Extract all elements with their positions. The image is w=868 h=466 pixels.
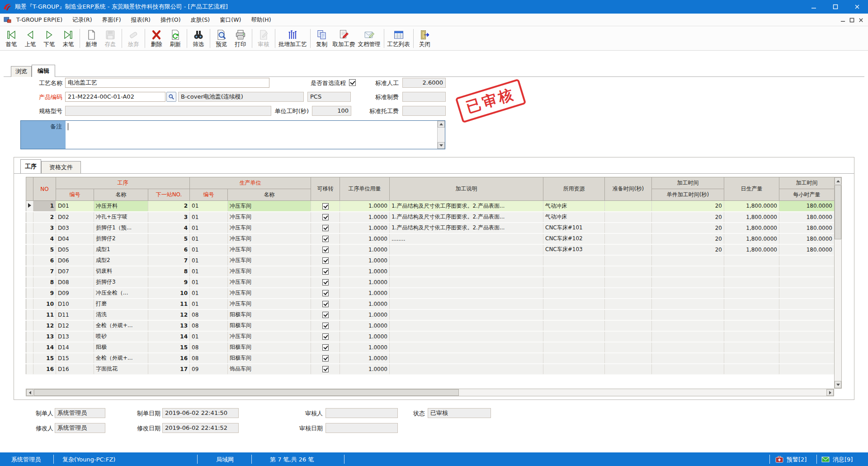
grid-scroll-left-button[interactable] [26,389,33,396]
cell-process-desc[interactable] [390,309,543,320]
menu-item[interactable]: 帮助(H) [246,16,276,23]
cell-unit-name[interactable]: 冲压车间 [228,212,311,223]
cell-daily-output[interactable]: 1,800.0000 [724,201,779,212]
row-selector[interactable] [26,266,33,277]
cell-unit-name[interactable]: 冲压车间 [228,255,311,266]
cell-op-code[interactable]: D05 [56,244,94,255]
cell-no[interactable]: 10 [33,299,56,309]
grid-vscroll-thumb[interactable] [835,185,841,239]
toolbar-button-batch-add[interactable]: 批增加工艺 [277,28,308,49]
mdi-minimize-button[interactable] [838,16,847,24]
cell-usage[interactable]: 1.0000 [340,212,390,223]
cell-movable[interactable] [311,266,340,277]
cell-prep-time[interactable] [605,201,652,212]
product-code-input[interactable]: 21-M2224-00C-01-A02 [65,92,165,102]
cell-next-no[interactable]: 9 [148,277,190,288]
cell-prep-time[interactable] [605,331,652,342]
row-selector[interactable] [26,244,33,255]
cell-usage[interactable]: 1.0000 [340,364,390,375]
movable-checkbox[interactable] [322,279,329,285]
cell-hourly-output[interactable]: 180.0000 [779,244,835,255]
minimize-button[interactable] [803,0,825,14]
cell-unit-code[interactable]: 08 [190,342,228,353]
cell-unit-code[interactable]: 01 [190,266,228,277]
process-name-input[interactable]: 电池盖工艺 [65,78,269,88]
movable-checkbox[interactable] [322,333,329,340]
movable-checkbox[interactable] [322,247,329,253]
cell-next-no[interactable]: 10 [148,288,190,299]
menu-item[interactable]: 界面(F) [97,16,126,23]
cell-unit-time[interactable]: 20 [652,223,724,233]
cell-resource[interactable] [543,309,605,320]
scroll-down-button[interactable] [438,142,445,149]
row-selector[interactable] [26,299,33,309]
cell-hourly-output[interactable] [779,309,835,320]
cell-daily-output[interactable] [724,353,779,364]
cell-hourly-output[interactable] [779,353,835,364]
grid-horizontal-scrollbar[interactable] [26,389,834,396]
cell-prep-time[interactable] [605,233,652,244]
cell-unit-code[interactable]: 01 [190,244,228,255]
cell-unit-code[interactable]: 08 [190,353,228,364]
cell-movable[interactable] [311,212,340,223]
cell-unit-name[interactable]: 冲压车间 [228,201,311,212]
menu-item[interactable]: 记录(R) [67,16,97,23]
row-selector[interactable] [26,320,33,331]
cell-hourly-output[interactable]: 180.0000 [779,201,835,212]
remark-scrollbar[interactable] [437,121,445,149]
cell-unit-time[interactable] [652,353,724,364]
cell-movable[interactable] [311,233,340,244]
cell-no[interactable]: 14 [33,342,56,353]
cell-usage[interactable]: 1.0000 [340,233,390,244]
mdi-close-button[interactable] [856,16,865,24]
cell-prep-time[interactable] [605,244,652,255]
cell-op-code[interactable]: D12 [56,320,94,331]
remark-textarea[interactable] [66,121,437,149]
cell-process-desc[interactable] [390,342,543,353]
cell-unit-time[interactable] [652,255,724,266]
cell-unit-name[interactable]: 阳极车间 [228,320,311,331]
cell-unit-name[interactable]: 冲压车间 [228,299,311,309]
cell-op-name[interactable]: 切废料 [94,266,148,277]
cell-movable[interactable] [311,364,340,375]
cell-daily-output[interactable] [724,364,779,375]
toolbar-button-new[interactable]: 新增 [82,28,101,49]
cell-unit-name[interactable]: 冲压车间 [228,277,311,288]
cell-unit-time[interactable]: 20 [652,244,724,255]
cell-op-name[interactable]: 折脚仔3 [94,277,148,288]
cell-daily-output[interactable]: 1,800.0000 [724,233,779,244]
cell-op-name[interactable]: 清洗 [94,309,148,320]
cell-prep-time[interactable] [605,288,652,299]
cell-resource[interactable]: CNC车床#102 [543,233,605,244]
cell-process-desc[interactable] [390,353,543,364]
movable-checkbox[interactable] [322,214,329,220]
cell-prep-time[interactable] [605,309,652,320]
cell-op-code[interactable]: D14 [56,342,94,353]
movable-checkbox[interactable] [322,268,329,275]
cell-hourly-output[interactable] [779,277,835,288]
cell-no[interactable]: 15 [33,353,56,364]
cell-resource[interactable] [543,288,605,299]
cell-prep-time[interactable] [605,223,652,233]
cell-unit-name[interactable]: 冲压车间 [228,244,311,255]
row-selector[interactable] [26,353,33,364]
cell-unit-code[interactable]: 01 [190,233,228,244]
cell-next-no[interactable]: 17 [148,364,190,375]
cell-daily-output[interactable] [724,277,779,288]
cell-prep-time[interactable] [605,342,652,353]
cell-next-no[interactable]: 2 [148,201,190,212]
cell-process-desc[interactable] [390,255,543,266]
toolbar-button-filter[interactable]: 筛选 [189,28,208,49]
cell-op-name[interactable]: 折脚仔2 [94,233,148,244]
toolbar-button-fee[interactable]: 取加工费 [331,28,357,49]
cell-unit-time[interactable]: 20 [652,201,724,212]
cell-no[interactable]: 1 [33,201,56,212]
cell-daily-output[interactable]: 1,800.0000 [724,212,779,223]
maximize-button[interactable] [825,0,846,14]
cell-no[interactable]: 4 [33,233,56,244]
cell-hourly-output[interactable]: 180.0000 [779,212,835,223]
cell-op-code[interactable]: D02 [56,212,94,223]
cell-hourly-output[interactable] [779,255,835,266]
grid-scroll-right-button[interactable] [826,389,834,396]
row-selector[interactable] [26,309,33,320]
